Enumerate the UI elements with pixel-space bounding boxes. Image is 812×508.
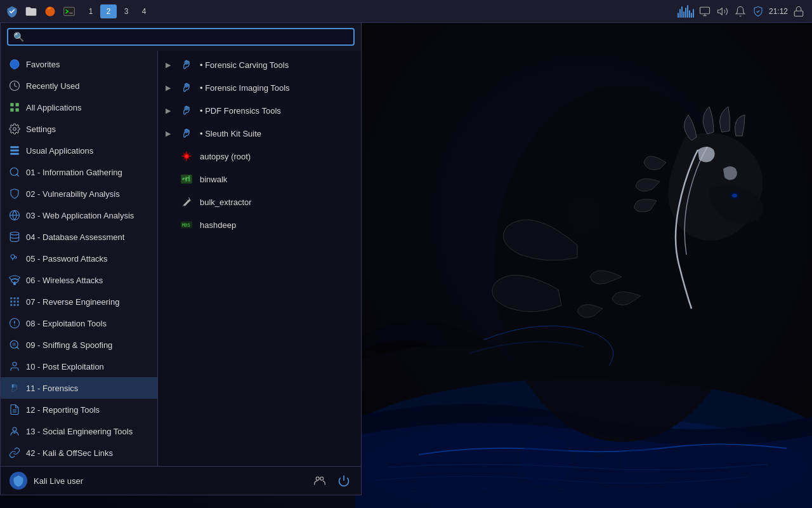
menu-right-panel: ▶ • Forensic Carving Tools ▶ • Forensic … (158, 51, 361, 466)
lock-icon[interactable] (792, 4, 806, 18)
svg-point-57 (316, 477, 319, 480)
svg-rect-28 (10, 297, 12, 299)
cat-10-label: 10 - Post Exploitation (26, 362, 104, 371)
recently-used-label: Recently Used (26, 81, 80, 91)
svg-rect-31 (10, 301, 12, 303)
cat-08-label: 08 - Exploitation Tools (26, 319, 107, 328)
svg-rect-36 (17, 304, 19, 306)
menu-left-panel: Favorites Recently Used All Applications… (1, 51, 158, 466)
menu-item-all-apps[interactable]: All Applications (1, 97, 157, 118)
cat-07-icon (8, 295, 21, 308)
firefox-button[interactable] (42, 3, 58, 20)
forensic-imaging-icon (180, 81, 193, 95)
menu-item-13[interactable]: 13 - Social Engineering Tools (1, 420, 157, 442)
cat-05-icon (8, 252, 21, 265)
taskbar: 1 2 3 4 (0, 0, 812, 23)
bulk-extractor-label: bulk_extractor (200, 197, 252, 207)
menu-item-01[interactable]: 01 - Information Gathering (1, 161, 157, 183)
hashdeep-label: hashdeep (200, 220, 236, 230)
svg-line-49 (183, 153, 185, 155)
menu-item-recently-used[interactable]: Recently Used (1, 75, 157, 97)
svg-rect-33 (17, 301, 19, 303)
all-apps-icon (8, 101, 21, 114)
kali-logo-button[interactable] (4, 3, 20, 20)
menu-item-08[interactable]: 08 - Exploitation Tools (1, 312, 157, 334)
svg-rect-32 (14, 301, 16, 303)
user-info: Kali Live user (10, 472, 83, 490)
menu-item-09[interactable]: 09 - Sniffing & Spoofing (1, 334, 157, 356)
power-button[interactable] (336, 472, 352, 489)
svg-rect-14 (10, 103, 13, 106)
shield-icon[interactable] (751, 4, 765, 18)
forensic-imaging-label: • Forensic Imaging Tools (200, 83, 290, 93)
menu-item-03[interactable]: 03 - Web Application Analysis (1, 204, 157, 226)
cat-03-label: 03 - Web Application Analysis (26, 211, 134, 220)
cat-02-icon (8, 187, 21, 200)
workspace-1[interactable]: 1 (82, 4, 99, 18)
dragon-wallpaper (355, 23, 812, 508)
menu-item-12[interactable]: 12 - Reporting Tools (1, 399, 157, 420)
submenu-autopsy[interactable]: ▶ autopsy ( (158, 145, 361, 168)
cat-12-label: 12 - Reporting Tools (26, 405, 100, 415)
settings-label: Settings (26, 124, 56, 134)
menu-body: Favorites Recently Used All Applications… (1, 51, 361, 466)
svg-rect-10 (700, 7, 709, 14)
binwalk-icon (180, 172, 193, 186)
cat-13-label: 13 - Social Engineering Tools (26, 427, 133, 436)
menu-item-usual-apps[interactable]: Usual Applications (1, 140, 157, 161)
file-manager-button[interactable] (23, 3, 39, 20)
submenu-forensic-imaging[interactable]: ▶ • Forensic Imaging Tools (158, 76, 361, 99)
menu-item-settings[interactable]: Settings (1, 118, 157, 140)
svg-rect-21 (10, 153, 19, 155)
cat-12-icon (8, 403, 21, 416)
arrow-icon: ▶ (166, 130, 173, 138)
submenu-forensic-carving[interactable]: ▶ • Forensic Carving Tools (158, 53, 361, 76)
menu-item-04[interactable]: 04 - Database Assessment (1, 226, 157, 248)
submenu-pdf-forensics[interactable]: ▶ • PDF Forensics Tools (158, 99, 361, 122)
user-avatar (10, 472, 27, 490)
menu-item-42[interactable]: 42 - Kali & OffSec Links (1, 442, 157, 464)
workspace-buttons: 1 2 3 4 (82, 4, 152, 18)
svg-point-22 (10, 168, 18, 175)
favorites-label: Favorites (26, 60, 60, 69)
workspace-4[interactable]: 4 (136, 4, 152, 18)
svg-line-51 (183, 158, 185, 160)
submenu-bulk-extractor[interactable]: ▶ bulk_extractor (158, 190, 361, 213)
no-arrow: ▶ (166, 152, 173, 161)
terminal-button[interactable] (61, 3, 77, 20)
notifications-icon[interactable] (733, 4, 747, 18)
usual-apps-label: Usual Applications (26, 146, 93, 156)
svg-rect-30 (17, 297, 19, 299)
cat-42-icon (8, 446, 21, 459)
menu-item-06[interactable]: 06 - Wireless Attacks (1, 269, 157, 291)
svg-point-38 (13, 343, 16, 346)
workspace-3[interactable]: 3 (118, 4, 134, 18)
menu-item-favorites[interactable]: Favorites (1, 53, 157, 75)
submenu-hashdeep[interactable]: ▶ MD5 hashdeep (158, 213, 361, 236)
svg-point-18 (13, 128, 16, 131)
cat-11-label: 11 - Forensics (26, 384, 78, 393)
search-input[interactable] (28, 32, 348, 42)
menu-item-07[interactable]: 07 - Reverse Engineering (1, 291, 157, 312)
menu-item-10[interactable]: 10 - Post Exploitation (1, 356, 157, 377)
workspace-2[interactable]: 2 (100, 4, 117, 18)
svg-line-52 (188, 158, 190, 160)
menu-item-05[interactable]: 05 - Password Attacks (1, 248, 157, 269)
volume-icon[interactable] (716, 4, 730, 18)
search-wrapper[interactable]: 🔍 (7, 28, 355, 46)
menu-item-11[interactable]: 11 - Forensics (1, 377, 157, 399)
user-settings-button[interactable] (311, 472, 328, 489)
no-arrow: ▶ (166, 175, 173, 184)
svg-point-6 (520, 436, 571, 486)
binwalk-label: binwalk (200, 175, 227, 184)
cat-04-label: 04 - Database Assessment (26, 232, 124, 242)
cat-42-label: 42 - Kali & OffSec Links (26, 448, 113, 458)
footer-actions (311, 472, 352, 489)
arrow-icon: ▶ (166, 61, 173, 69)
menu-item-02[interactable]: 02 - Vulnerability Analysis (1, 183, 157, 204)
cat-01-label: 01 - Information Gathering (26, 168, 122, 177)
submenu-binwalk[interactable]: ▶ binwalk (158, 168, 361, 190)
monitor-icon[interactable] (698, 4, 712, 18)
svg-point-5 (732, 194, 737, 197)
submenu-sleuth-kit[interactable]: ▶ • Sleuth Kit Suite (158, 122, 361, 145)
